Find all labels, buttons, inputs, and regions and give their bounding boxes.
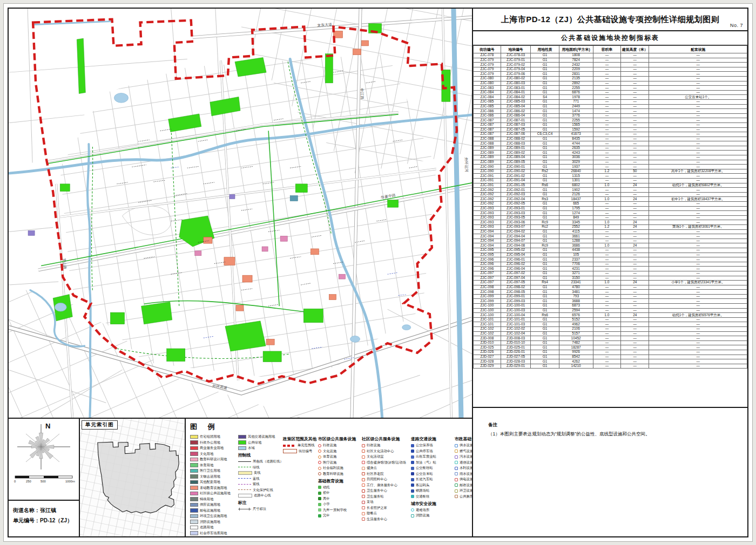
table-row: ZJC-091ZJC-091-05Rs668021.024幼托1个，建筑面积68… [474,183,747,188]
legend-item: 长者照护之家 [362,506,409,510]
table-row: ZJD-028ZJD-028-03G14262——— [474,359,747,364]
table-row: ZJC-098ZJC-098-05G13481——— [474,290,747,295]
legend-item: 菜场 [362,500,409,505]
unit-number: 单元编号：PD-12（ZJ） [13,515,75,526]
table-row: ZJC-089ZJC-089-05G13029——— [474,160,747,165]
legend-item-label: 医疗卫生用地 [200,468,220,473]
legend-item-label: 公共绿地 [248,440,261,445]
square-facility-icon [362,478,365,481]
circle-facility-icon [318,472,321,475]
legend-color-chip [190,497,198,501]
legend-item: 初中 [318,491,360,495]
legend-line-sample [238,477,251,480]
square-facility-icon [362,467,365,470]
legend-line-sample [238,508,251,511]
wind-rose: N [10,420,78,474]
legend-line-sample [283,449,297,453]
legend-item-label: 行政办公用地 [200,440,220,445]
legend-item: 燃气设施 [455,449,472,454]
legend-line-sample [238,494,252,498]
table-row: ZJC-092ZJC-092-05G1665——— [474,202,747,207]
table-row: ZJC-087ZJC-087-01G12255——— [474,118,747,123]
square-facility-icon [362,449,365,453]
legend-line-sample [238,466,251,469]
legend-title: 图 例 [190,422,470,432]
unit-index-map: 单元索引图 [80,419,186,536]
notes: 备注 （1）本图则主要表达规划动态为“规划调整”的公益性、底线型设施和公共空间。 [473,407,747,536]
table-row: ZJC-101ZJC-101-03G14962——— [474,322,747,327]
legend-column: 其他交通设施用地公共绿地水域控制线黑色线（道路红线）绿线黄线蓝线紫线文化保护红线… [238,434,281,536]
legend-item-label: 其他配套用地 [200,480,220,485]
legend-item-label: 公交枢纽站 [416,466,433,471]
scale-tick: 0 [14,480,16,483]
legend-item-label: 体育用地 [200,463,213,468]
notes-line: （1）本图则主要表达规划动态为“规划调整”的公益性、底线型设施和公共空间。 [488,431,739,438]
table-row: ZJC-093ZJC-093-05G1849——— [474,215,747,220]
legend-item-label: 道路中心线 [254,493,271,498]
legend-item-label: 供电设施 [460,477,472,482]
legend-item: 助餐点 [362,511,409,516]
legend-item-label: 公交首末站 [416,472,433,476]
table-row: ZJD-010ZJD-010-10G17482——— [474,340,747,345]
legend-color-chip [190,508,198,513]
table-row: ZJC-087ZJC-087-06C6,C3,C441673——— [474,132,747,137]
legend-item: 文化保护红线 [238,488,281,493]
square-facility-icon [318,497,321,500]
table-row: ZJC-097ZJC-097-05Rs4233411.024小学1个，建筑面积2… [474,281,747,285]
legend-item: 污水设施 [455,454,472,459]
legend-item: 社区养老院 [362,472,409,476]
square-facility-icon [455,444,458,447]
legend-item: 公共停车场 [411,449,453,454]
legend-item-label: 教育科研设计用地 [200,457,227,462]
legend-item: 公交首末站 [411,472,453,476]
street-info: 街道名称：张江镇 单元编号：PD-12（ZJ） [9,500,79,536]
column-header: 建筑高度（米） [621,46,649,53]
index-boundary [98,442,179,513]
legend-item: 单元范围线 [283,443,316,448]
table-row: ZJC-089ZJC-089-02G14243——— [474,151,747,155]
legend-item: 社区文化活动中心 [362,449,409,454]
legend-item-label: 道路用地 [200,525,213,530]
legend-item-label: 文化活动室 [367,454,383,459]
table-row: ZJC-086ZJC-086-02G11474——— [474,109,747,114]
legend-item: 日间照料中心 [362,477,409,482]
legend-item: 教育科研设施 [318,472,360,476]
table-row: ZJC-099ZJC-099-01G1793——— [474,294,747,299]
legend-item-label: 街坊编号 [299,449,312,454]
legend-item: 水利设施 [455,466,472,471]
table-row: ZJC-097ZJC-097-02G13271——— [474,271,747,276]
legend-item-label: 尺寸标注 [253,507,266,512]
legend-item: 公共绿地 [238,440,281,445]
square-facility-icon [455,483,458,487]
legend-item-label: 交通枢纽 [416,494,429,499]
table-row: ZJC-093ZJC-093-07Rc225521.224菜场1个，建筑面积30… [474,224,747,229]
legend-item-label: 文化设施 [323,449,336,454]
legend-item: 公交保养场 [411,443,453,448]
circle-facility-icon [318,444,321,447]
legend-item-label: 教育科研设施 [323,472,343,476]
table-row: ZJC-079ZJC-079-01G17824——— [474,58,747,63]
legend-item: 供应设施用地 [190,502,237,507]
table-row: ZJC-102ZJC-102-02G12106——— [474,327,747,332]
table-row: ZJC-079ZJC-079-06G12831——— [474,72,747,77]
legend-item-label: 高中 [323,496,330,501]
legend-item: 通信设施 [455,460,472,465]
legend-item-label: 燃气设施 [460,449,472,454]
legend-item: 紫线 [238,482,281,487]
legend-item: 教育科研设计用地 [190,457,237,462]
legend-color-chip [190,446,198,451]
table-row: ZJC-092ZJC-092-03G12126——— [474,192,747,197]
legend-section-title: 标注 [238,500,281,506]
table-row: ZJC-079ZJC-079-02G12432——— [474,63,747,67]
legend-item-label: 供应设施用地 [200,502,220,507]
table-row: ZJC-090ZJC-090-02Rs2268401.250高中1个，建筑面积3… [474,169,747,174]
index-map-svg [80,419,185,536]
table-row: ZJC-085ZJC-085-04G12449——— [474,104,747,109]
legend-item-label: 幼托 [323,485,330,490]
legend-item: 综合健身馆/游泳馆/运动场 [362,460,409,465]
sheet-frame: 龙东大道申江路华夏中路罗山路外环高速外环运河 N [8,8,748,537]
table-row: ZJC-080ZJC-080-03G12892——— [474,81,747,86]
legend-section-title: 市区级公共服务设施 [318,436,360,442]
table-header-row: 街坊编号地块编号用地性质用地面积(平方米)容积率建筑高度（米）配套设施 [474,46,747,53]
legend-item-label: 供水设施 [460,443,472,448]
